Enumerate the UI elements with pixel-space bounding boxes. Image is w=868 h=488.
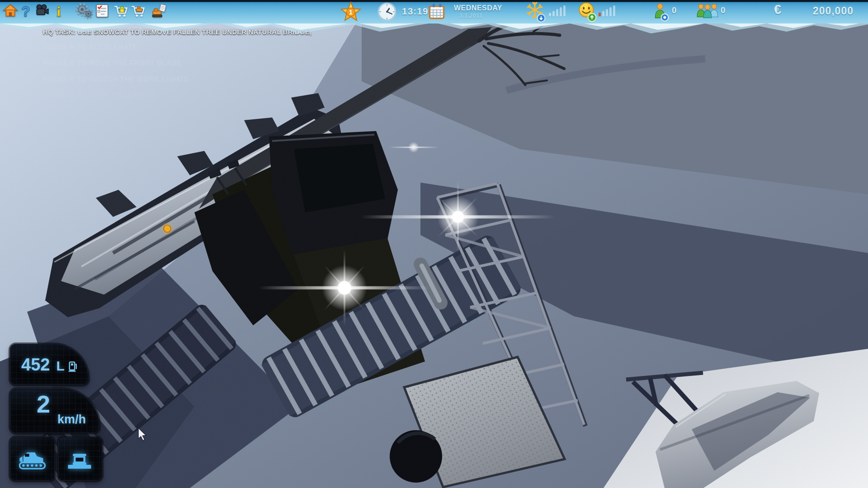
camera-button[interactable] [33,2,51,19]
cart-vehicle-icon [131,2,148,19]
speed-value: 2 [37,390,50,418]
sell-vehicle-icon [151,2,168,19]
home-button[interactable] [2,2,19,19]
game-time: 13:19 [402,6,429,17]
control-hint-line: PRESS E TO STOP THE ENGINE [43,91,155,99]
gears-icon [75,2,93,19]
snowcat-front-view-button[interactable] [58,437,102,481]
snow-meter[interactable] [524,1,547,23]
info-icon: i [50,2,67,19]
control-hint-line: PRESS R TO SWITCH THE WORK LIGHTS [43,75,189,84]
staff-indicator[interactable] [653,3,669,22]
calendar-icon [428,2,446,20]
settings-button[interactable] [75,2,93,19]
guests-indicator[interactable] [696,3,719,21]
game-date: 3.1.2011 [459,13,483,19]
ring-badge [661,14,669,21]
down-arrow-badge [538,14,545,22]
game-day: WEDNESDAY [454,4,502,12]
control-hint-line: PRESS A TO ACCELERATE [43,43,137,52]
snowcat-side-icon [17,446,48,472]
hq-task-text: HQ TASK: USE SNOWCAT TO REMOVE FALLEN TR… [43,28,311,36]
staff-count: 0 [672,5,677,15]
snow-meter-bars [549,5,566,16]
happiness-meter[interactable] [577,1,598,22]
cart-house-icon [113,2,131,19]
sell-vehicle-button[interactable] [151,2,168,19]
shop-vehicles-button[interactable] [131,2,148,19]
clock-icon [377,2,397,22]
control-hint-line: PRESS B TO MOVE THE FRONT BLADE [43,59,182,67]
film-grain [0,0,868,488]
snowcat-side-view-button[interactable] [10,437,55,481]
fuel-unit: L [56,358,64,374]
money-amount: 200,000 [796,5,854,17]
home-icon [2,2,19,19]
fuel-value: 452 [21,355,50,375]
happiness-meter-bars [599,5,615,16]
group-icon [697,4,718,18]
question-icon: ? [17,2,34,19]
shop-buildings-button[interactable] [113,2,131,19]
game-screen: ? i [0,0,868,488]
calendar [428,2,446,20]
currency-symbol: € [774,2,781,17]
snowcat-front-icon [64,446,96,472]
help-button[interactable]: ? [17,2,34,19]
svg-text:i: i [57,4,61,19]
rank-indicator[interactable]: 1 [340,1,362,22]
speed-unit: km/h [57,413,86,427]
rank-level: 1 [349,9,353,16]
info-button[interactable]: i [50,2,67,19]
checklist-icon [94,2,111,19]
tasks-button[interactable] [94,2,111,19]
clock [377,2,397,22]
svg-text:?: ? [21,3,30,19]
fuel-pump-icon [68,360,78,372]
game-viewport[interactable] [0,0,868,488]
guest-count: 0 [721,5,726,15]
camera-icon [33,2,51,19]
star-icon: 1 [340,1,362,22]
up-arrow-badge [588,14,596,22]
